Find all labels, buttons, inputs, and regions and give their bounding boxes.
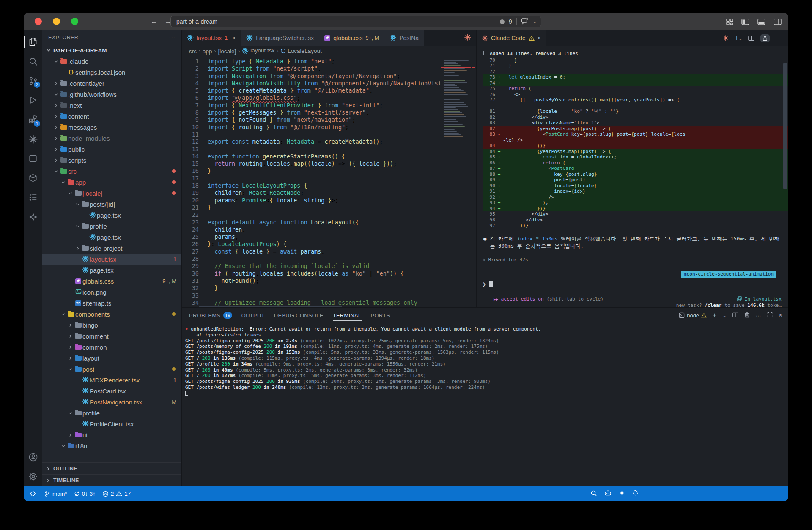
tree-item[interactable]: page.tsx (42, 265, 181, 276)
breadcrumb-item[interactable]: src (189, 48, 197, 55)
session-name-chip[interactable]: moon-circle-sequential-animation (681, 271, 776, 278)
breadcrumb[interactable]: src›app›[locale]›layout.tsx›LocaleLayout (182, 46, 476, 57)
git-branch-indicator[interactable]: main* (41, 486, 71, 501)
tree-item[interactable]: [locale] (42, 188, 181, 199)
breadcrumb-item[interactable]: LocaleLayout (280, 48, 321, 55)
activity-account-icon[interactable] (24, 447, 42, 467)
chat-icon[interactable] (521, 18, 529, 26)
tree-item[interactable]: MDXRenderer.tsx1 (42, 374, 181, 385)
problems-indicator[interactable]: 2 17 (99, 486, 134, 501)
claude-code-tab[interactable]: Claude Code × (477, 30, 546, 46)
tree-item[interactable]: {}settings.local.json (42, 67, 181, 78)
tree-item[interactable]: .contentlayer (42, 78, 181, 89)
new-session-button[interactable]: +⌄ (735, 34, 742, 42)
in-file-label[interactable]: In layout.tsx (744, 296, 782, 302)
editor-tab-PostNa[interactable]: PostNa (384, 30, 424, 46)
tree-item[interactable]: profile (42, 407, 181, 418)
activity-extensions-icon[interactable]: 1 (24, 110, 42, 129)
tree-item[interactable]: common (42, 341, 181, 352)
breadcrumb-item[interactable]: [locale] (218, 48, 236, 55)
claude-asterisk-icon[interactable] (464, 34, 471, 42)
terminal-output[interactable]: × unhandledRejection: Error: Cannot awai… (182, 323, 788, 486)
activity-columns-icon[interactable] (24, 149, 42, 168)
claude-conversation[interactable]: Added 13 lines, removed 3 lines 70 }71 }… (477, 46, 788, 307)
more-actions-icon[interactable]: ··· (776, 34, 782, 42)
kill-terminal-icon[interactable] (744, 312, 750, 319)
editor-tab-layout-tsx[interactable]: layout.tsx1× (182, 30, 241, 46)
tree-item[interactable]: i18n (42, 440, 181, 451)
split-editor-icon[interactable] (748, 36, 754, 41)
tree-item[interactable]: node_modules (42, 133, 181, 144)
explorer-more-actions-icon[interactable]: ··· (169, 35, 176, 41)
activity-box-icon[interactable] (24, 168, 42, 188)
panel-tab-terminal[interactable]: TERMINAL (333, 308, 362, 323)
terminal-shell-item[interactable]: node (679, 312, 707, 319)
spark-icon[interactable] (619, 490, 625, 497)
tree-item[interactable]: side-project (42, 243, 181, 254)
tree-item[interactable]: ui (42, 429, 181, 440)
tree-item[interactable]: profile (42, 221, 181, 232)
new-terminal-button[interactable]: + (713, 311, 716, 319)
tree-item[interactable]: messages (42, 122, 181, 133)
panel-tab-output[interactable]: OUTPUT (241, 308, 265, 323)
tree-item[interactable]: components (42, 309, 181, 320)
tree-item[interactable]: src (42, 166, 181, 177)
toggle-primary-sidebar-icon[interactable] (741, 19, 749, 25)
chevron-down-icon[interactable]: ⌄ (533, 19, 537, 25)
tree-item[interactable]: posts/[id] (42, 199, 181, 210)
panel-tab-debug-console[interactable]: DEBUG CONSOLE (274, 308, 324, 323)
breadcrumb-item[interactable]: app (203, 48, 212, 55)
tree-item[interactable]: .claude (42, 56, 181, 67)
tree-item[interactable]: page.tsx (42, 210, 181, 221)
activity-source-control-icon[interactable]: 2 (24, 71, 42, 90)
remote-indicator[interactable] (24, 486, 41, 501)
tree-item[interactable]: ProfileClient.tsx (42, 418, 181, 429)
tree-item[interactable]: PostCard.tsx (42, 385, 181, 396)
breadcrumb-item[interactable]: layout.tsx (242, 47, 274, 55)
tree-item[interactable]: .github/workflows (42, 89, 181, 100)
more-actions-icon[interactable]: ··· (756, 312, 761, 319)
tree-item[interactable]: scripts (42, 155, 181, 166)
editor-tab-globals-css[interactable]: #globals.css9+, M (319, 30, 384, 46)
claude-asterisk-icon[interactable] (723, 35, 729, 41)
tree-item[interactable]: icon.png (42, 287, 181, 298)
toggle-secondary-sidebar-icon[interactable] (774, 19, 782, 25)
minimap[interactable] (441, 57, 471, 243)
code-editor[interactable]: 1import type { Metadata } from "next";2i… (182, 57, 476, 307)
zoom-window-button[interactable] (71, 18, 78, 25)
bell-icon[interactable] (632, 490, 639, 497)
outline-section[interactable]: OUTLINE (42, 462, 181, 474)
tree-item[interactable]: .next (42, 100, 181, 111)
tree-item[interactable]: post (42, 363, 181, 374)
close-icon[interactable]: × (538, 35, 541, 41)
panel-tab-ports[interactable]: PORTS (371, 308, 390, 323)
sync-indicator[interactable]: 0↓ 3↑ (71, 486, 99, 501)
accept-edits-toggle[interactable]: accept edits on (501, 296, 544, 302)
workspace-root-folder[interactable]: PART-OF-A-DREAM (42, 45, 181, 56)
tree-item[interactable]: public (42, 144, 181, 155)
panel-tab-problems[interactable]: PROBLEMS19 (189, 308, 232, 323)
tree-item[interactable]: TSsitemap.ts (42, 298, 181, 309)
lock-icon[interactable] (760, 34, 770, 42)
scrollbar[interactable] (783, 63, 787, 189)
tree-item[interactable]: app (42, 177, 181, 188)
chevron-down-icon[interactable]: ⌄ (722, 313, 726, 318)
activity-run-debug-icon[interactable] (24, 90, 42, 110)
copilot-icon[interactable] (604, 490, 612, 497)
tree-item[interactable]: layout (42, 352, 181, 363)
tree-item[interactable]: bingo (42, 320, 181, 331)
timeline-section[interactable]: TIMELINE (42, 474, 181, 486)
activity-checklist-icon[interactable] (24, 188, 42, 207)
close-panel-icon[interactable]: × (779, 311, 782, 319)
toggle-panel-icon[interactable] (757, 19, 765, 25)
activity-files-icon[interactable] (24, 32, 42, 52)
tree-item[interactable]: #globals.css9+, M (42, 276, 181, 287)
close-icon[interactable]: × (232, 35, 236, 41)
minimize-window-button[interactable] (53, 18, 60, 25)
command-center[interactable]: part-of-a-dream 9 ⌄ (170, 16, 541, 27)
activity-search-icon[interactable] (24, 52, 42, 71)
back-arrow-icon[interactable]: ← (151, 17, 158, 26)
split-terminal-icon[interactable] (732, 312, 738, 319)
activity-settings-gear-icon[interactable] (24, 467, 42, 486)
activity-spark-icon[interactable] (24, 207, 42, 227)
